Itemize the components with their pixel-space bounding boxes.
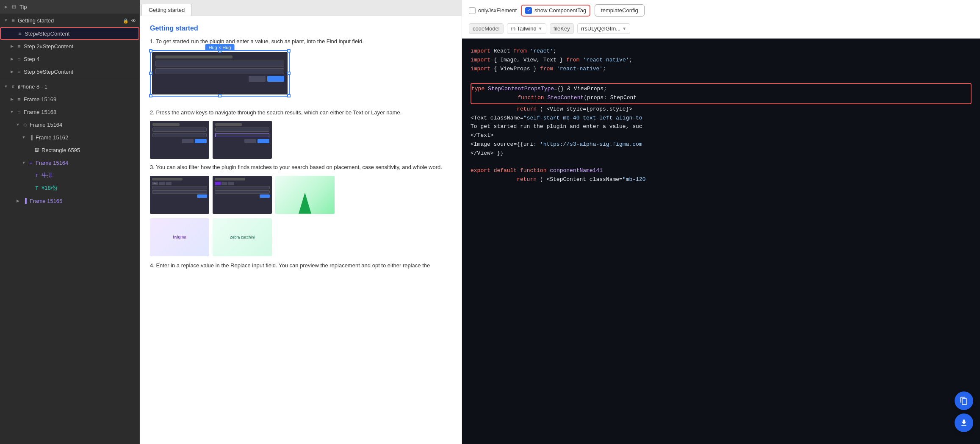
handle-bm[interactable]: [218, 94, 221, 97]
right-toolbar: onlyJsxElement ✓ show ComponentTag templ…: [462, 0, 980, 39]
sidebar-item-frame15168[interactable]: Frame 15168: [0, 105, 139, 118]
handle-mr[interactable]: [287, 72, 291, 75]
tab-getting-started[interactable]: Getting started: [141, 4, 192, 16]
sidebar-section-getting-started[interactable]: Getting started: [0, 14, 139, 27]
eye-icon[interactable]: [131, 17, 136, 24]
lines-icon: [10, 17, 16, 23]
sidebar: Tip Getting started Step#StepContent Ste…: [0, 0, 140, 444]
lines-icon: [16, 109, 22, 115]
sidebar-item-price[interactable]: ¥18/份: [0, 182, 139, 194]
sidebar-item-tip[interactable]: Tip: [0, 0, 139, 14]
checkbox-label: show ComponentTag: [534, 7, 586, 14]
chevron-icon: [15, 122, 20, 127]
sidebar-item-step2[interactable]: Step 2#StepContent: [0, 40, 139, 53]
screenshot-placeholder: [152, 52, 288, 94]
sidebar-item-beef[interactable]: 牛排: [0, 169, 139, 182]
sidebar-item-label: Frame 15168: [24, 109, 56, 115]
copy-code-button[interactable]: [955, 391, 973, 410]
twigma-label: twigma: [150, 218, 209, 256]
code-line: import React from 'react';: [471, 47, 972, 56]
code-line: function StepContent(props: StepCont: [471, 94, 971, 103]
sidebar-item-frame15164b[interactable]: Frame 15164: [0, 156, 139, 169]
checkbox-label: onlyJsxElement: [478, 7, 517, 14]
sidebar-item-label: Frame 15162: [36, 134, 68, 141]
code-line: </View> }}: [471, 149, 972, 158]
checkbox-unchecked[interactable]: [469, 7, 476, 14]
chevron-icon: [9, 44, 14, 49]
screenshot-wrapper: Hug × Hug: [150, 50, 290, 97]
sidebar-item-label: Tip: [19, 4, 27, 10]
sidebar-item-label: iPhone 8 - 1: [18, 83, 47, 90]
handle-tr[interactable]: [287, 49, 291, 53]
handle-tl[interactable]: [149, 49, 152, 53]
hash-icon: [10, 83, 16, 89]
middle-panel: Getting started Getting started 1. To ge…: [140, 0, 462, 444]
sidebar-item-step1[interactable]: Step#StepContent: [0, 27, 139, 40]
template-config-button[interactable]: templateConfig: [595, 4, 644, 17]
chevron-icon: [3, 4, 8, 9]
code-model-label: codeModel: [469, 23, 504, 34]
code-line: import { Image, View, Text } from 'react…: [471, 56, 972, 65]
code-model-select[interactable]: rn Tailwind ▼: [507, 23, 546, 34]
only-jsx-element-checkbox[interactable]: onlyJsxElement: [469, 7, 517, 14]
screenshot-3a: Aa: [150, 176, 209, 214]
zebra-label: Zebra zucchini: [213, 218, 272, 256]
export-button[interactable]: [955, 413, 973, 432]
sidebar-item-frame15165[interactable]: Frame 15165: [0, 194, 139, 207]
sidebar-item-frame15162[interactable]: Frame 15162: [0, 131, 139, 144]
chevron-icon: [3, 84, 8, 89]
screenshot-3b: [213, 176, 272, 214]
chevron-icon: [3, 18, 8, 23]
sidebar-section-label: Getting started: [18, 17, 54, 24]
lines-icon: [16, 96, 22, 102]
handle-ml[interactable]: [149, 72, 152, 75]
sidebar-item-rect6595[interactable]: Rectangle 6595: [0, 144, 139, 156]
chevron-icon: [21, 160, 26, 165]
handle-br[interactable]: [287, 94, 291, 97]
chevron-icon: [9, 109, 14, 114]
show-component-tag-checkbox[interactable]: ✓ show ComponentTag: [525, 7, 586, 14]
screenshots-row: [150, 121, 451, 159]
screenshots-row-brands: twigma Zebra zucchini: [150, 218, 451, 256]
sidebar-item-iphone81[interactable]: iPhone 8 - 1: [0, 80, 139, 93]
code-model-value: rn Tailwind: [511, 25, 537, 32]
lines-icon: [17, 31, 23, 36]
step4-text: 4. Enter in a replace value in the Repla…: [150, 261, 451, 270]
step1-text: 1. To get started run the plugin and ent…: [150, 37, 451, 46]
image-icon: [34, 147, 40, 153]
sidebar-item-step4[interactable]: Step 4: [0, 53, 139, 65]
screenshot-find-replace-1: [150, 121, 209, 159]
sidebar-item-step5[interactable]: Step 5#StepContent: [0, 65, 139, 78]
sidebar-item-label: Step#StepContent: [25, 31, 69, 37]
lines-icon: [16, 69, 22, 75]
header-actions: [123, 17, 136, 24]
handle-bl[interactable]: [149, 94, 152, 97]
diamond-icon: [22, 122, 28, 128]
hug-badge: Hug × Hug: [205, 44, 235, 51]
code-line: return ( <View style={props.style}>: [471, 105, 972, 114]
tab-bar: Getting started: [140, 0, 462, 16]
screenshot-find-replace-2: [213, 121, 272, 159]
file-key-label: fileKey: [550, 23, 574, 34]
sidebar-item-frame15169[interactable]: Frame 15169: [0, 93, 139, 105]
chevron-icon: [9, 97, 14, 102]
text-purple-icon: [34, 172, 40, 178]
code-line: type StepContentPropsType={} & ViewProps…: [471, 85, 971, 94]
code-line: <Image source={{uri: 'https://s3-alpha-s…: [471, 140, 972, 149]
code-line: return ( <StepContent className="mb-120: [471, 175, 972, 184]
screenshot-twigma: twigma: [150, 218, 209, 256]
chevron-down-icon: ▼: [538, 26, 543, 31]
bar-chart-purple-icon: [22, 198, 28, 204]
file-key-select[interactable]: rrsULyQelGtm... ▼: [577, 23, 630, 34]
grid-icon: [11, 4, 17, 10]
code-line: export default function conponentName141: [471, 166, 972, 175]
sidebar-item-label: Step 2#StepContent: [24, 43, 73, 50]
sidebar-item-label: ¥18/份: [42, 184, 58, 192]
sidebar-item-frame15164a[interactable]: Frame 15164: [0, 118, 139, 131]
code-panel[interactable]: import React from 'react'; import { Imag…: [462, 39, 980, 444]
checkbox-checked[interactable]: ✓: [525, 7, 532, 14]
step3-text: 3. You can also filter how the plugin fi…: [150, 163, 451, 172]
lines-purple-icon: [28, 160, 34, 166]
lock-icon[interactable]: [123, 17, 129, 24]
code-line: <Text className="self-start mb-40 text-l…: [471, 114, 972, 123]
